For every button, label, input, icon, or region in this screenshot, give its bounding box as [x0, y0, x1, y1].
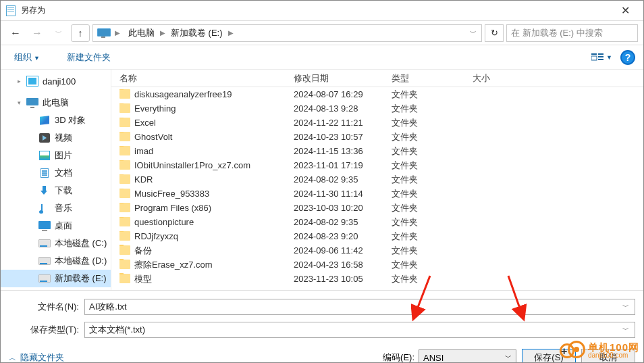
forward-button[interactable]: →	[28, 24, 47, 43]
svg-rect-2	[598, 53, 603, 55]
sidebar-item-7[interactable]: 音乐	[1, 199, 111, 217]
ico-pc	[26, 97, 38, 108]
filetype-dropdown[interactable]: ﹀	[620, 325, 632, 335]
column-name[interactable]: 名称	[111, 72, 286, 84]
table-row[interactable]: 擦除Erase_xz7.com2024-04-23 16:58文件夹	[111, 258, 643, 272]
filetype-select[interactable]: 文本文档(*.txt) ﹀	[84, 322, 635, 338]
sidebar-item-label: 本地磁盘 (D:)	[55, 255, 107, 267]
file-date: 2024-11-15 13:36	[286, 146, 383, 156]
file-date: 2024-04-23 16:58	[286, 260, 383, 270]
crumb-pc[interactable]: 此电脑	[126, 26, 157, 41]
file-type: 文件夹	[383, 89, 464, 101]
ico-music	[38, 203, 51, 214]
file-type: 文件夹	[383, 202, 464, 214]
hide-folders-button[interactable]: ︿ 隐藏文件夹	[9, 352, 64, 363]
cancel-button[interactable]: 取消	[581, 349, 635, 363]
column-headers: 名称 修改日期 类型 大小	[111, 70, 643, 87]
ico-folder-app	[26, 76, 38, 87]
file-date: 2024-11-30 11:14	[286, 189, 383, 199]
table-row[interactable]: 备份2024-09-06 11:42文件夹	[111, 243, 643, 258]
help-button[interactable]: ?	[620, 50, 635, 65]
new-folder-button[interactable]: 新建文件夹	[61, 49, 116, 66]
crumb-drive[interactable]: 新加载卷 (E:)	[168, 26, 225, 41]
sidebar-item-label: danji100	[43, 76, 76, 87]
address-bar[interactable]: ▶ 此电脑 ▶ 新加载卷 (E:) ▶ ﹀	[92, 24, 482, 42]
organize-menu[interactable]: 组织▼	[9, 49, 45, 66]
svg-rect-1	[591, 56, 597, 60]
ico-disk	[38, 273, 51, 284]
back-button[interactable]: ←	[6, 24, 25, 43]
sidebar-item-2[interactable]: 3D 对象	[1, 112, 111, 129]
search-placeholder: 在 新加载卷 (E:) 中搜索	[511, 27, 603, 39]
close-button[interactable]: ✕	[610, 1, 641, 21]
table-row[interactable]: RDJjfzyxzq2024-08-23 9:20文件夹	[111, 229, 643, 243]
filename-dropdown[interactable]: ﹀	[620, 302, 632, 312]
expand-icon[interactable]: ▸	[16, 78, 22, 84]
file-date: 2024-08-02 9:35	[286, 217, 383, 227]
encoding-label: 编码(E):	[383, 352, 414, 363]
sidebar-item-4[interactable]: 图片	[1, 147, 111, 164]
recent-dropdown[interactable]: ﹀	[49, 24, 68, 43]
file-name: 擦除Erase_xz7.com	[134, 260, 213, 270]
chevron-down-icon: ﹀	[505, 353, 512, 362]
file-type: 文件夹	[383, 131, 464, 143]
sidebar-item-6[interactable]: 下载	[1, 182, 111, 199]
sidebar-item-10[interactable]: 本地磁盘 (D:)	[1, 252, 111, 270]
folder-icon	[119, 118, 130, 127]
table-row[interactable]: questionpicture2024-08-02 9:35文件夹	[111, 215, 643, 229]
table-row[interactable]: diskusageanalyzerfree192024-08-07 16:29文…	[111, 87, 643, 101]
table-row[interactable]: MusicFree_9533832024-11-30 11:14文件夹	[111, 187, 643, 201]
table-row[interactable]: KDR2024-08-02 9:35文件夹	[111, 172, 643, 187]
folder-icon	[119, 274, 130, 283]
folder-icon	[119, 103, 130, 113]
file-list[interactable]: diskusageanalyzerfree192024-08-07 16:29文…	[111, 87, 643, 290]
filename-input[interactable]: AI攻略.txt ﹀	[84, 299, 635, 315]
view-button[interactable]: ▼	[591, 53, 612, 62]
expand-icon[interactable]: ▾	[16, 99, 22, 106]
sidebar-item-5[interactable]: 文档	[1, 164, 111, 182]
folder-icon	[119, 231, 130, 241]
table-row[interactable]: Everything2024-08-13 9:28文件夹	[111, 101, 643, 116]
encoding-select[interactable]: ANSI ﹀	[419, 349, 516, 363]
file-date: 2024-08-13 9:28	[286, 103, 383, 114]
toolbar: 组织▼ 新建文件夹 ▼ ?	[1, 45, 643, 70]
table-row[interactable]: IObitUninstaller1Pro_xz7.com2023-11-01 1…	[111, 158, 643, 172]
sidebar[interactable]: ▸danji100▾此电脑3D 对象视频图片文档下载音乐桌面本地磁盘 (C:)本…	[1, 70, 111, 290]
chevron-right-icon[interactable]: ▶	[227, 29, 235, 37]
file-type: 文件夹	[383, 231, 464, 243]
save-button[interactable]: 保存(S)	[522, 349, 576, 363]
table-row[interactable]: 模型2023-11-23 10:05文件夹	[111, 272, 643, 286]
file-date: 2024-08-07 16:29	[286, 89, 383, 99]
file-name: Program Files (x86)	[134, 203, 211, 213]
sidebar-item-label: 桌面	[55, 220, 72, 232]
column-size[interactable]: 大小	[464, 72, 643, 84]
table-row[interactable]: GhostVolt2024-10-23 10:57文件夹	[111, 130, 643, 144]
sidebar-item-8[interactable]: 桌面	[1, 217, 111, 235]
sidebar-item-9[interactable]: 本地磁盘 (C:)	[1, 235, 111, 252]
window-title: 另存为	[21, 5, 610, 16]
sidebar-item-0[interactable]: ▸danji100	[1, 72, 111, 90]
table-row[interactable]: imad2024-11-15 13:36文件夹	[111, 144, 643, 158]
chevron-up-icon: ︿	[9, 353, 16, 363]
sidebar-item-label: 图片	[55, 149, 72, 162]
address-dropdown[interactable]: ﹀	[466, 25, 480, 41]
sidebar-item-1[interactable]: ▾此电脑	[1, 94, 111, 112]
sidebar-item-3[interactable]: 视频	[1, 129, 111, 147]
chevron-right-icon[interactable]: ▶	[159, 29, 167, 37]
search-input[interactable]: 在 新加载卷 (E:) 中搜索	[506, 24, 638, 42]
refresh-button[interactable]: ↻	[485, 24, 504, 42]
folder-icon	[119, 260, 130, 269]
column-date[interactable]: 修改日期	[286, 72, 383, 84]
view-icon	[591, 53, 603, 62]
ico-disk	[38, 256, 51, 266]
up-button[interactable]: ↑	[71, 24, 90, 42]
chevron-right-icon[interactable]: ▶	[113, 29, 122, 37]
file-name: MusicFree_953383	[134, 189, 209, 199]
file-name: GhostVolt	[134, 132, 172, 142]
sidebar-item-label: 新加载卷 (E:)	[55, 272, 107, 285]
file-date: 2024-09-06 11:42	[286, 245, 383, 256]
column-type[interactable]: 类型	[383, 72, 464, 84]
sidebar-item-11[interactable]: 新加载卷 (E:)	[1, 270, 111, 287]
table-row[interactable]: Excel2024-11-22 11:21文件夹	[111, 116, 643, 130]
table-row[interactable]: Program Files (x86)2023-10-03 10:20文件夹	[111, 201, 643, 215]
